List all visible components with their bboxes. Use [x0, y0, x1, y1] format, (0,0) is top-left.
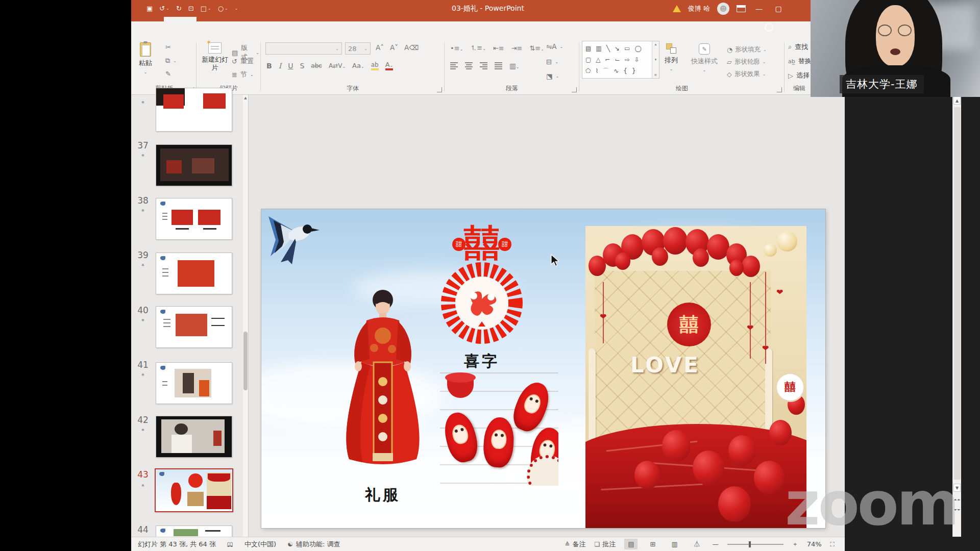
editor-scrollbar[interactable]: ▲ ▼ ⏶⏶ ⏷⏷ — [952, 95, 961, 537]
zoom-in-icon[interactable]: ＋ — [792, 540, 798, 548]
bold-button[interactable]: B — [266, 62, 272, 70]
quick-styles-button[interactable]: ✎ 快速样式 ⌄ — [691, 43, 718, 72]
dress-caption[interactable]: 礼服 — [327, 485, 439, 506]
previous-slide-icon[interactable]: ⏶⏶ — [953, 496, 961, 504]
columns-icon[interactable]: ▥⌄ — [509, 62, 519, 70]
format-painter-button[interactable]: ✎ — [165, 70, 171, 78]
scroll-down-icon[interactable]: ▼ — [953, 484, 961, 492]
shape-fill-button[interactable]: ◔形状填充⌄ — [727, 43, 767, 56]
strikethrough-button[interactable]: abc — [311, 62, 322, 69]
copy-button[interactable]: ⧉⌄ — [165, 57, 177, 65]
reset-button[interactable]: ↺重置 — [232, 57, 254, 66]
warning-icon[interactable] — [673, 5, 681, 12]
shapes-gallery-scrollbar[interactable]: ▴▾≡ — [652, 41, 659, 78]
replace-button[interactable]: ab̲替换 — [788, 57, 812, 66]
zoom-slider[interactable] — [727, 544, 783, 545]
shape-outline-button[interactable]: ▱形状轮廓⌄ — [727, 56, 767, 68]
customize-qat-icon[interactable]: ⌄ — [235, 6, 238, 11]
comments-button[interactable]: ❏ 批注 — [594, 540, 616, 549]
slide-thumbnail-39[interactable] — [156, 253, 232, 294]
align-right-icon[interactable] — [480, 62, 487, 69]
slide-sorter-view-button[interactable]: ⊞ — [646, 539, 659, 549]
text-direction-icon[interactable]: ⇋A⌄ — [546, 42, 563, 51]
start-slideshow-icon[interactable]: ⊡ — [188, 5, 194, 12]
save-icon[interactable]: ▣ — [146, 5, 153, 12]
paragraph-dialog-launcher[interactable] — [572, 87, 577, 92]
font-color-button[interactable]: A⌄ — [385, 61, 394, 70]
section-button[interactable]: ≣节⌄ — [232, 70, 254, 79]
notes-button[interactable]: ≙ 备注 — [565, 540, 585, 549]
webcam-video[interactable]: 吉林大学-王娜 — [811, 0, 980, 97]
justify-icon[interactable] — [495, 62, 502, 69]
paste-button[interactable]: 粘贴 ⌄ — [139, 42, 152, 74]
next-slide-icon[interactable]: ⏷⏷ — [953, 506, 961, 514]
fit-to-window-icon[interactable]: ⛶ — [830, 541, 835, 548]
slide-thumbnail-36[interactable] — [156, 88, 232, 132]
scroll-up-icon[interactable]: ▲ — [953, 96, 961, 105]
panel-scroll-up-icon[interactable]: ▲ — [243, 96, 248, 100]
minimize-button[interactable]: — — [753, 5, 765, 13]
smartart-icon[interactable]: ⬔⌄ — [546, 72, 559, 80]
zoom-level[interactable]: 74% — [807, 540, 822, 548]
font-size-combo[interactable]: 28⌄ — [345, 42, 371, 55]
panel-scrollbar-thumb[interactable] — [243, 332, 248, 390]
align-text-icon[interactable]: ⊟⌄ — [546, 58, 558, 66]
accessibility-status[interactable]: ☯ 辅助功能: 调查 — [287, 540, 340, 549]
ribbon-display-options-icon[interactable] — [737, 5, 746, 12]
slide-thumbnail-43-selected[interactable] — [155, 468, 233, 512]
reading-view-button[interactable]: ▥ — [668, 539, 681, 549]
shrink-font-icon[interactable]: A˅ — [390, 43, 398, 52]
new-slide-button[interactable]: 新建幻灯片 — [200, 42, 230, 72]
bride-photo[interactable] — [327, 285, 439, 483]
font-name-combo[interactable]: ⌄ — [265, 42, 342, 55]
slide-thumbnail-38[interactable] — [156, 198, 232, 240]
select-button[interactable]: ▷选择 — [788, 71, 810, 80]
magpie-bird-image[interactable] — [265, 213, 326, 268]
increase-indent-icon[interactable]: ⇥≡ — [511, 44, 523, 52]
zoom-slider-thumb[interactable] — [749, 541, 751, 547]
cut-button[interactable]: ✂ — [165, 43, 171, 51]
bullets-icon[interactable]: •≡⌄ — [450, 44, 463, 52]
slideshow-button[interactable]: ⏃ — [690, 539, 704, 549]
numbering-icon[interactable]: ⒈≡⌄ — [470, 43, 486, 53]
grow-font-icon[interactable]: A˄ — [376, 43, 384, 52]
slide-thumbnail-41[interactable] — [156, 362, 232, 404]
normal-view-button[interactable]: ▤ — [624, 539, 638, 549]
drawing-dialog-launcher[interactable] — [777, 87, 782, 92]
slide-thumbnail-42[interactable] — [156, 416, 232, 458]
xi-caption[interactable]: 喜字 — [441, 351, 523, 372]
slide-thumbnail-40[interactable] — [156, 306, 232, 348]
line-spacing-icon[interactable]: ⇅≡⌄ — [529, 44, 544, 52]
double-happiness-papercut-image[interactable]: 囍 甜 甜 — [441, 224, 523, 349]
clear-format-icon[interactable]: A⌫ — [404, 43, 419, 52]
italic-button[interactable]: I — [279, 62, 282, 70]
align-center-icon[interactable] — [465, 62, 473, 69]
highlight-color-button[interactable]: ab — [371, 61, 379, 70]
draw-tool-icon[interactable]: ○⌄ — [218, 5, 228, 12]
find-button[interactable]: ⌕查找 — [788, 42, 808, 52]
spellcheck-icon[interactable]: 🕮 — [227, 541, 233, 548]
panel-scrollbar[interactable]: ▲ — [243, 95, 248, 537]
avatar[interactable]: ☻ — [717, 3, 729, 15]
language-indicator[interactable]: 中文(中国) — [244, 540, 276, 549]
arrange-button[interactable]: 排列 ⌄ — [665, 43, 678, 71]
redo-icon[interactable]: ↻ — [176, 5, 182, 12]
char-spacing-button[interactable]: A⇄V⌄ — [329, 62, 346, 69]
maximize-button[interactable]: ▢ — [772, 5, 785, 13]
shape-effects-button[interactable]: ◇形状效果⌄ — [727, 68, 767, 80]
undo-icon[interactable]: ↺⌄ — [159, 5, 169, 12]
change-case-button[interactable]: Aa⌄ — [352, 62, 364, 69]
shape-tool-icon[interactable]: □⌄ — [201, 5, 211, 12]
zoom-out-icon[interactable]: — — [713, 541, 719, 548]
shapes-gallery[interactable]: ▤▥╲↘▭◯ ▢△⌐⌙⇨⇩ ⬠⌇⌒∿{} ▴▾≡ — [582, 41, 659, 79]
font-dialog-launcher[interactable] — [437, 87, 442, 92]
align-left-icon[interactable] — [450, 62, 458, 69]
slide-canvas[interactable]: 囍 甜 甜 喜字 — [261, 209, 825, 528]
wedding-slippers-photo[interactable] — [440, 372, 558, 486]
slide-thumbnail-37[interactable] — [156, 144, 232, 186]
account-name[interactable]: 俊博 哈 — [688, 4, 710, 13]
wedding-bedroom-photo[interactable]: ❤ ❤ ❤ ❤ 囍 LOVE — [585, 226, 806, 528]
editor-scrollbar-thumb[interactable] — [954, 107, 961, 480]
decrease-indent-icon[interactable]: ⇤≡ — [493, 44, 504, 52]
shadow-button[interactable]: S — [300, 62, 304, 70]
